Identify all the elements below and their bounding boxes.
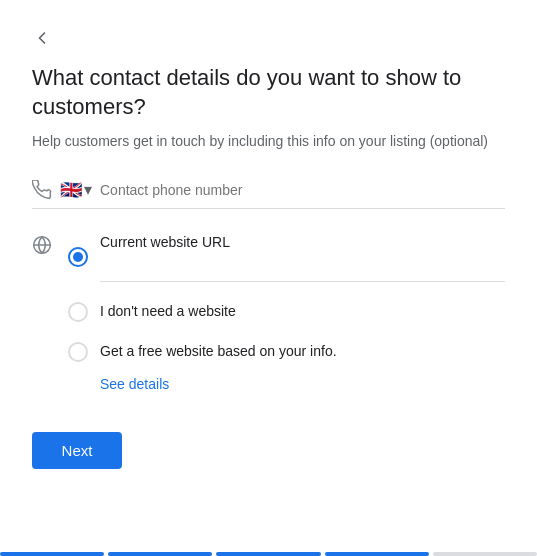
phone-icon: [32, 180, 52, 200]
website-url-input[interactable]: [100, 257, 505, 282]
page-subtitle: Help customers get in touch by including…: [32, 131, 505, 152]
see-details-link[interactable]: See details: [68, 376, 505, 392]
website-option-free[interactable]: Get a free website based on your info.: [68, 332, 505, 372]
radio-current: [68, 247, 88, 267]
progress-segment-3: [216, 552, 320, 556]
progress-bar: [0, 552, 537, 556]
globe-icon: [32, 235, 52, 259]
phone-row: 🇬🇧 ▾: [32, 180, 505, 209]
website-option-free-label: Get a free website based on your info.: [100, 342, 337, 362]
flag-icon: 🇬🇧: [60, 181, 82, 199]
progress-segment-4: [325, 552, 429, 556]
website-option-current-label: Current website URL: [100, 234, 230, 250]
website-options: Current website URL I don't need a websi…: [68, 233, 505, 392]
next-button[interactable]: Next: [32, 432, 122, 469]
country-code-dropdown[interactable]: 🇬🇧 ▾: [60, 181, 92, 199]
website-section: Current website URL I don't need a websi…: [32, 233, 505, 392]
website-option-none[interactable]: I don't need a website: [68, 292, 505, 332]
progress-segment-5: [433, 552, 537, 556]
radio-free: [68, 342, 88, 362]
back-button[interactable]: [32, 24, 52, 52]
phone-input[interactable]: [100, 182, 505, 198]
website-option-current[interactable]: Current website URL: [68, 233, 505, 292]
back-arrow-icon: [32, 28, 52, 48]
chevron-down-icon: ▾: [84, 182, 92, 198]
page-title: What contact details do you want to show…: [32, 64, 505, 121]
radio-none: [68, 302, 88, 322]
website-option-none-label: I don't need a website: [100, 302, 236, 322]
progress-segment-1: [0, 552, 104, 556]
progress-segment-2: [108, 552, 212, 556]
